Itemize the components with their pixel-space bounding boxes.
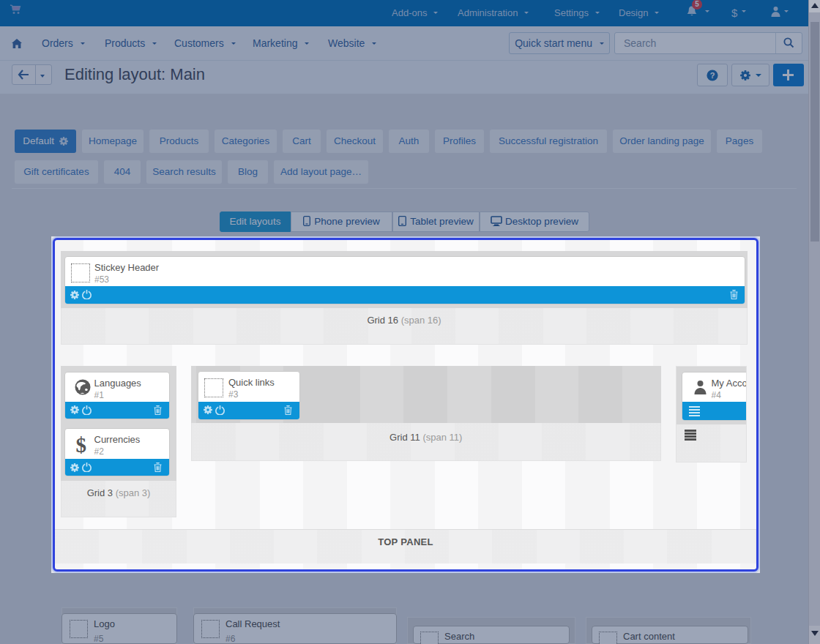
svg-text:?: ? xyxy=(710,71,715,80)
